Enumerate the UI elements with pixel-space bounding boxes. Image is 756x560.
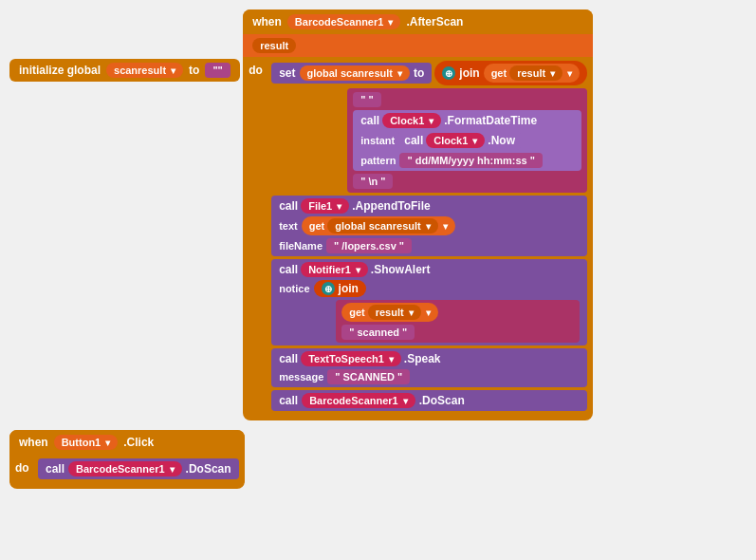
- set-var[interactable]: global scanresult: [300, 65, 410, 81]
- event1-param: result: [243, 34, 593, 57]
- filename-label: fileName: [279, 240, 323, 252]
- do-label: do: [249, 61, 267, 77]
- call-tts-speak[interactable]: call TextToSpeech1 .Speak message " SCAN…: [271, 348, 587, 387]
- get-global-scanresult[interactable]: get global scanresult: [302, 216, 455, 235]
- when-label: when: [252, 15, 282, 28]
- event2-do: do call BarcodeScanner1 .DoScan: [9, 455, 245, 483]
- call-clock-header: call Clock1 .FormatDateTime: [360, 113, 574, 128]
- join-icon2: ⊕: [322, 282, 335, 295]
- call-doscan1[interactable]: call BarcodeScanner1 .DoScan: [271, 390, 587, 411]
- event2-component[interactable]: Button1: [54, 435, 119, 450]
- event2-do-row: do call BarcodeScanner1 .DoScan: [15, 458, 239, 479]
- pattern-param: pattern " dd/MM/yyyy hh:mm:ss ": [360, 153, 574, 168]
- text-param: text get global scanresult: [279, 216, 580, 235]
- filename-param: fileName " /lopers.csv ": [279, 238, 580, 253]
- init-var[interactable]: scanresult: [106, 63, 183, 78]
- set-row: set global scanresult to ⊕ join: [271, 61, 587, 85]
- scanned-string-row: " scanned ": [341, 325, 574, 340]
- join-icon: ⊕: [442, 66, 455, 80]
- get-result-var[interactable]: result: [509, 65, 562, 81]
- filename-value: " /lopers.csv ": [326, 238, 412, 253]
- get-result-notice-var[interactable]: result: [368, 305, 421, 320]
- call-doscan1-component[interactable]: BarcodeScanner1: [302, 393, 415, 408]
- call-doscan2[interactable]: call BarcodeScanner1 .DoScan: [38, 458, 239, 479]
- init-value: "": [205, 63, 230, 78]
- call-clock2-component[interactable]: Clock1: [426, 133, 485, 148]
- call-clock-formatdatetime[interactable]: call Clock1 .FormatDateTime instant: [353, 110, 581, 171]
- call-tts-component[interactable]: TextToSpeech1: [301, 351, 401, 366]
- call-notifier-header: call Notifier1 .ShowAlert: [279, 262, 580, 277]
- call-clock-now[interactable]: call Clock1 .Now: [398, 131, 521, 150]
- call-doscan2-component[interactable]: BarcodeScanner1: [68, 461, 182, 476]
- call-notifier-showalert[interactable]: call Notifier1 .ShowAlert notice ⊕: [271, 259, 587, 345]
- event1-header: when BarcodeScanner1 .AfterScan: [243, 9, 593, 34]
- get-result-notice-row: get result: [341, 303, 574, 322]
- string1-row: " ": [353, 92, 581, 107]
- do-content: set global scanresult to ⊕ join: [271, 61, 587, 411]
- text-label: text: [279, 220, 298, 232]
- call-notifier-component[interactable]: Notifier1: [301, 262, 368, 277]
- pattern-label: pattern: [360, 155, 396, 166]
- string2-row: " \n ": [353, 174, 581, 189]
- param-result: result: [252, 38, 296, 53]
- event1-event: .AfterScan: [406, 15, 463, 28]
- event1-wrapper: when BarcodeScanner1 .AfterScan result d…: [243, 9, 593, 420]
- join-block-outer[interactable]: ⊕ join get result: [434, 61, 587, 85]
- event2-when-label: when: [19, 436, 48, 449]
- scanned-string: " scanned ": [341, 325, 415, 340]
- notice-join-content: get result " scanned ": [336, 300, 580, 343]
- call-clock-component[interactable]: Clock1: [382, 113, 441, 128]
- init-label: initialize global: [19, 64, 101, 77]
- instant-param: instant call Clock1 .Now: [360, 131, 574, 150]
- event1-component[interactable]: BarcodeScanner1: [287, 14, 401, 29]
- join-block-notice[interactable]: ⊕ join: [314, 280, 366, 297]
- get-result[interactable]: get result: [484, 64, 580, 83]
- get-result-notice[interactable]: get result: [341, 303, 437, 322]
- event2-header: when Button1 .Click: [9, 430, 245, 455]
- workspace: initialize global scanresult to "" when …: [9, 9, 749, 489]
- instant-label: instant: [360, 135, 395, 146]
- event2-event: .Click: [123, 436, 154, 449]
- call-file-header: call File1 .AppendToFile: [279, 198, 580, 214]
- call-file-component[interactable]: File1: [301, 198, 349, 214]
- join-content-area: " " call Clock1 .FormatDateTime: [347, 88, 587, 193]
- string2: " \n ": [353, 174, 393, 189]
- message-label: message: [279, 371, 323, 383]
- get-scanresult-var[interactable]: global scanresult: [327, 218, 437, 233]
- set-block[interactable]: set global scanresult to: [271, 63, 432, 84]
- message-value: " SCANNED ": [327, 369, 410, 384]
- message-param: message " SCANNED ": [279, 369, 580, 384]
- call-tts-header: call TextToSpeech1 .Speak: [279, 351, 580, 366]
- call-file-appendtofile[interactable]: call File1 .AppendToFile text get: [271, 196, 587, 256]
- string1: " ": [353, 92, 381, 107]
- notice-label: notice: [279, 283, 309, 294]
- init-to-label: to: [189, 64, 199, 77]
- event1-do: do set global scanresult to: [243, 57, 593, 415]
- notice-param: notice ⊕ join: [279, 280, 580, 297]
- event2-do-label: do: [15, 458, 34, 475]
- pattern-value: " dd/MM/yyyy hh:mm:ss ": [399, 153, 543, 168]
- init-block[interactable]: initialize global scanresult to "": [9, 59, 240, 82]
- do-row: do set global scanresult to: [249, 61, 587, 411]
- event2-wrapper: when Button1 .Click do call BarcodeScann…: [9, 430, 245, 489]
